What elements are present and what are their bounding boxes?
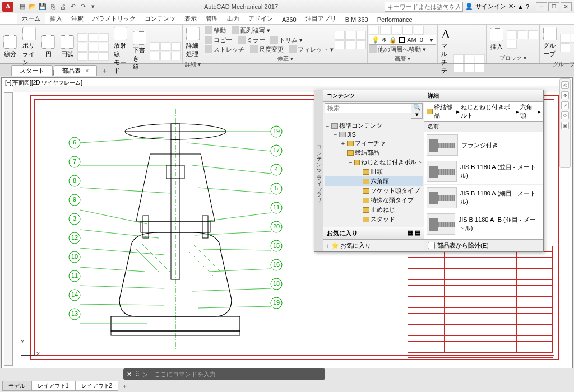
ray-mode-button[interactable]: 放射線 モード [112,26,129,76]
ribbon-tab-bim360[interactable]: BIM 360 [341,15,373,24]
draw-small-7[interactable] [77,52,87,61]
panel-group-title[interactable]: グループ ▾ [541,59,574,68]
cmd-close-icon[interactable]: ✕ [127,371,132,378]
layer-btn-3[interactable] [391,26,401,35]
exclude-from-bom-checkbox[interactable]: 部品表から除外(E) [428,241,540,250]
command-line[interactable]: ✕ ⠿ ▷_ ここにコマンドを入力 [123,368,325,380]
ribbon-tab-addins[interactable]: アドイン [244,13,277,24]
layout-tab-model[interactable]: モデル [2,381,31,391]
draw-small-5[interactable] [88,43,98,52]
content-item[interactable]: JIS B 1180 A (並目 - メートル) [424,158,543,185]
layer-btn-2[interactable] [380,26,390,35]
a360-icon[interactable]: ▲ [517,3,524,10]
add-layout-button[interactable]: ＋ [118,381,131,391]
ribbon-tab-performance[interactable]: Performance [373,15,417,24]
group-button[interactable]: グループ [541,26,559,59]
app-icon[interactable]: A [2,2,13,12]
ribbon-tab-insert[interactable]: 挿入 [45,13,67,24]
layer-btn-4[interactable] [402,26,413,35]
new-file-tab-button[interactable]: ＋ [98,66,111,76]
panel-layer-title[interactable]: 画層 ▾ [369,54,436,63]
line-button[interactable]: 線分 [1,34,19,59]
panel-modify-title[interactable]: 修正 ▾ [205,54,366,63]
tree-item[interactable]: 特殊な頭タイプ [325,195,423,205]
ribbon-tab-output[interactable]: 出力 [223,13,244,24]
content-search-input[interactable] [325,103,411,113]
content-breadcrumb[interactable]: 締結部品▸ ねじとねじ付きボルト▸ 六角頭▸ [424,102,543,122]
tree-item[interactable]: ソケット頭タイプ [325,186,423,195]
tree-item[interactable]: 皿頭 [325,167,423,176]
qat-print-icon[interactable]: 🖨 [58,2,67,11]
copy-button[interactable]: コピー ミラー トリム ▾ [205,35,334,44]
draw-small-9[interactable] [99,52,109,61]
ribbon-tab-parametric[interactable]: パラメトリック [88,13,140,24]
ribbon-tab-a360[interactable]: A360 [277,15,301,24]
content-panel-side-tab[interactable]: コンテンツ ライブラリ [314,90,323,251]
ribbon-tab-annotate[interactable]: 注釈 [67,13,88,24]
draw-small-8[interactable] [88,52,98,61]
nav-pan-icon[interactable]: ✥ [561,91,569,99]
nav-showmotion-icon[interactable]: ▣ [561,122,569,129]
layer-combo[interactable]: 💡❄🔒AM_0▾ [369,35,436,45]
qat-more-icon[interactable]: ▾ [89,2,98,11]
insert-block-button[interactable]: 挿入 [488,27,506,52]
file-tab-partslist[interactable]: 部品表× [54,65,97,76]
draw-small-2[interactable] [88,33,98,42]
tree-item[interactable]: 六角頭 [325,176,423,186]
nav-wheel-icon[interactable]: ◎ [561,81,569,89]
polyline-button[interactable]: ポリライン [20,26,38,68]
tree-item[interactable]: 止めねじ [325,205,423,214]
move-to-layer-button[interactable]: 他の画層へ移動 ▾ [369,45,436,54]
cmd-handle-icon[interactable]: ⠿ [135,371,140,378]
content-item[interactable]: JIS B 1180 A (細目 - メートル) [424,185,543,211]
move-button[interactable]: 移動 配列複写 ▾ [205,26,334,35]
qat-new-icon[interactable]: ▤ [18,2,27,11]
qat-undo-icon[interactable]: ↶ [68,2,77,11]
signin-label[interactable]: サインイン [475,2,506,11]
search-icon[interactable]: 🔍▾ [411,103,423,119]
file-tab-start[interactable]: スタート [11,65,53,76]
layout-tab-1[interactable]: レイアウト1 [31,381,75,391]
layout-tab-2[interactable]: レイアウト2 [75,381,119,391]
qat-saveas-icon[interactable]: ⎘ [48,2,57,11]
ribbon-tab-home[interactable]: ホーム [17,13,45,24]
ribbon-tab-manage[interactable]: 管理 [201,13,223,24]
fav-list-icon[interactable]: ▤ [415,229,420,236]
qat-open-icon[interactable]: 📂 [28,2,37,11]
fav-view-icon[interactable]: ▦ [408,229,413,236]
exchange-icon[interactable]: ✕· [508,3,515,10]
close-tab-icon[interactable]: × [85,67,89,74]
tree-item[interactable]: −標準コンテンツ [325,121,423,130]
help-icon[interactable]: ? [526,3,529,10]
qat-save-icon[interactable]: 💾 [38,2,47,11]
tree-item[interactable]: −JIS [325,130,423,138]
circle-button[interactable]: 円 [39,34,57,59]
content-item[interactable]: JIS B 1180 A+B (並目 - メートル) [424,211,543,237]
detail-process-button[interactable]: 詳細 処理 [184,26,202,59]
panel-block-title[interactable]: ブロック ▾ [488,53,538,62]
content-tree[interactable]: −標準コンテンツ−JIS+フィーチャ−締結部品−ねじとねじ付きボルト皿頭六角頭ソ… [323,120,424,227]
tree-item[interactable]: スタッド [325,214,423,224]
content-item[interactable]: フランジ付き [424,132,543,158]
ribbon-tab-content[interactable]: コンテンツ [140,13,180,24]
tree-item[interactable]: −締結部品 [325,148,423,157]
nav-zoom-icon[interactable]: ⤢ [561,101,569,109]
draw-small-4[interactable] [77,43,87,52]
constline-button[interactable]: 下書き 線 [131,30,149,72]
draw-small-6[interactable] [99,43,109,52]
ribbon-tab-featured[interactable]: 注目アプリ [301,13,341,24]
ribbon-tab-view[interactable]: 表示 [180,13,201,24]
draw-small-1[interactable] [77,33,87,42]
keyword-search-input[interactable] [385,2,463,12]
window-minimize-button[interactable]: − [536,2,547,11]
list-header-name[interactable]: 名前 [424,122,543,132]
layer-btn-5[interactable] [414,26,424,35]
window-maximize-button[interactable]: ☐ [548,2,559,11]
window-close-button[interactable]: ✕ [561,2,572,11]
tree-item[interactable]: +フィーチャ [325,138,423,148]
panel-detail-title[interactable]: 詳細 ▾ [184,59,202,68]
nav-orbit-icon[interactable]: ⟳ [561,111,569,119]
stretch-button[interactable]: ストレッチ 尺度変更 フィレット ▾ [205,45,334,54]
arc-button[interactable]: 円弧 [58,34,76,59]
favorites-root-item[interactable]: +⭐お気に入り [325,241,423,250]
